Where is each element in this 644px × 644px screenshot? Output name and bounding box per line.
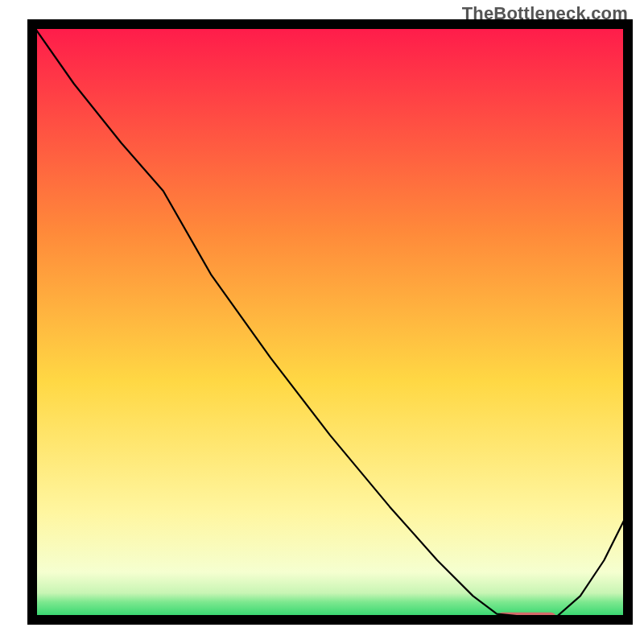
- chart-container: TheBottleneck.com: [0, 0, 644, 644]
- bottleneck-chart: [0, 0, 644, 644]
- gradient-background: [32, 24, 628, 620]
